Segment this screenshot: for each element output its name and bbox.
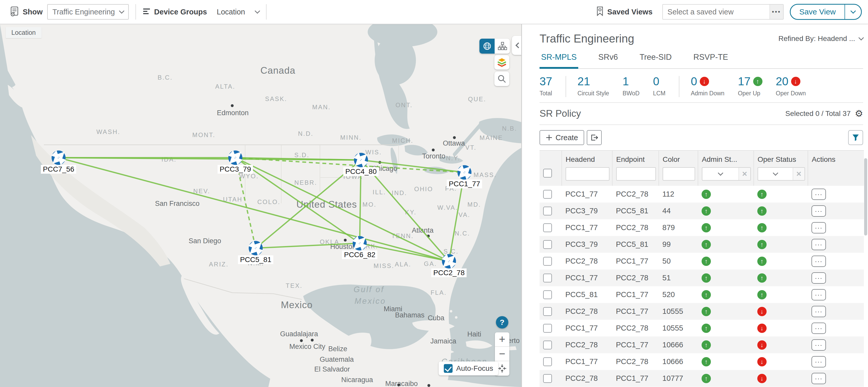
geo-view-button[interactable] (479, 39, 495, 54)
clear-filter-button[interactable]: ✕ (739, 168, 750, 180)
table-row[interactable]: PCC2_78PCC1_7710666↑↓··· (539, 337, 864, 353)
filter-button[interactable] (848, 130, 863, 145)
row-checkbox[interactable] (543, 240, 552, 249)
save-view-button[interactable]: Save View (790, 7, 844, 16)
row-checkbox[interactable] (543, 341, 552, 349)
arrow-down-icon: ↓ (791, 77, 800, 86)
device-node-pcc7_56[interactable] (51, 150, 66, 166)
arrow-up-icon: ↑ (757, 290, 767, 300)
row-checkbox[interactable] (543, 290, 552, 299)
topology-map[interactable]: CanadaUnited StatesMexicoB.C.ALTA.SASK.M… (0, 24, 521, 387)
row-checkbox[interactable] (543, 257, 552, 266)
filter-input-headend[interactable] (566, 167, 610, 181)
cell-oper-status: ↑ (754, 270, 808, 286)
arrow-up-icon: ↑ (702, 190, 711, 199)
cell-color: 10666 (659, 337, 698, 353)
export-button[interactable] (587, 130, 602, 145)
filter-select-control[interactable] (758, 168, 793, 180)
arrow-up-icon: ↑ (757, 206, 767, 216)
logical-view-button[interactable] (495, 39, 510, 54)
device-node-pcc1_77[interactable] (457, 164, 472, 180)
topology-link[interactable] (256, 243, 360, 248)
table-row[interactable]: PCC1_77PCC2_78112↑↑··· (539, 186, 864, 203)
topology-link[interactable] (235, 158, 449, 261)
row-actions-button[interactable]: ··· (811, 356, 826, 367)
row-checkbox[interactable] (543, 190, 552, 199)
map-search-button[interactable] (494, 72, 509, 86)
tab-sr-mpls[interactable]: SR-MPLS (539, 52, 578, 69)
cell-color: 10555 (659, 320, 698, 337)
row-checkbox[interactable] (543, 223, 552, 232)
filter-input-color[interactable] (662, 167, 695, 181)
auto-focus-toggle[interactable]: Auto-Focus (439, 361, 498, 376)
row-actions-button[interactable]: ··· (811, 339, 826, 351)
router-icon (457, 164, 472, 180)
panel-collapse-button[interactable] (512, 36, 521, 55)
row-checkbox[interactable] (543, 274, 552, 282)
row-actions-button[interactable]: ··· (811, 222, 826, 234)
table-row[interactable]: PCC3_79PCC5_8199↑↑··· (539, 236, 864, 253)
gear-icon[interactable]: ⚙ (855, 109, 863, 118)
row-checkbox[interactable] (543, 324, 552, 332)
location-dropdown[interactable]: Location (217, 8, 259, 16)
save-view-menu-button[interactable] (844, 5, 861, 19)
stat-value: 17 (738, 75, 751, 88)
tab-srv6[interactable]: SRv6 (597, 52, 620, 68)
device-node-pcc3_79[interactable] (227, 150, 243, 166)
show-label: Show (23, 8, 42, 16)
row-actions-button[interactable]: ··· (811, 373, 826, 384)
topology-links-layer (0, 24, 521, 387)
table-row[interactable]: PCC2_78PCC1_7710555↑↓··· (539, 303, 864, 320)
table-row[interactable]: PCC1_77PCC2_7810666↑↓··· (539, 353, 864, 370)
topology-link[interactable] (235, 158, 360, 243)
saved-views-more-button[interactable]: ••• (769, 5, 783, 19)
table-row[interactable]: PCC2_78PCC1_7710777↑↓··· (539, 370, 864, 387)
row-actions-button[interactable]: ··· (811, 239, 826, 250)
row-actions-button[interactable]: ··· (811, 272, 826, 284)
row-checkbox[interactable] (543, 207, 552, 215)
row-actions-button[interactable]: ··· (811, 188, 826, 200)
device-node-pcc2_78[interactable] (441, 253, 457, 269)
row-actions-button[interactable]: ··· (811, 289, 826, 301)
header-filter-row: ✕✕ (539, 166, 864, 186)
device-node-pcc6_82[interactable] (352, 235, 367, 251)
row-actions-button[interactable]: ··· (811, 306, 826, 317)
cell-oper-status: ↓ (754, 353, 808, 370)
zoom-in-button[interactable]: + (495, 332, 509, 347)
map-layers-button[interactable] (494, 55, 509, 70)
panel-scrollbar[interactable] (864, 158, 867, 236)
arrow-up-icon: ↑ (757, 223, 767, 233)
row-actions-button[interactable]: ··· (811, 205, 826, 217)
tab-rsvp-te[interactable]: RSVP-TE (692, 52, 730, 68)
router-icon (353, 152, 369, 168)
device-node-pcc5_81[interactable] (248, 240, 264, 256)
row-checkbox[interactable] (543, 374, 552, 383)
row-actions-button[interactable]: ··· (811, 256, 826, 267)
arrow-up-icon: ↑ (757, 240, 767, 249)
map-help-button[interactable]: ? (496, 316, 508, 328)
device-node-label: PCC6_82 (342, 250, 377, 259)
stat-label: Total (539, 90, 552, 97)
row-actions-button[interactable]: ··· (811, 323, 826, 334)
arrow-up-icon: ↑ (757, 273, 767, 283)
show-select[interactable]: Traffic Engineering (47, 4, 129, 20)
row-checkbox[interactable] (543, 307, 552, 316)
select-all-checkbox[interactable] (543, 169, 552, 178)
table-row[interactable]: PCC2_78PCC1_7750↑↑··· (539, 253, 864, 270)
filter-select-control[interactable] (702, 168, 739, 180)
refined-by-dropdown[interactable]: Refined By: Headend ... (778, 35, 863, 43)
table-row[interactable]: PCC3_79PCC5_8144↑↑··· (539, 203, 864, 219)
filter-input-endpoint[interactable] (616, 167, 656, 181)
table-row[interactable]: PCC5_81PCC1_77520↑↑··· (539, 286, 864, 303)
zoom-out-button[interactable]: − (495, 347, 509, 361)
table-row[interactable]: PCC1_77PCC2_7810555↑↓··· (539, 320, 864, 337)
clear-filter-button[interactable]: ✕ (793, 168, 805, 180)
chevron-down-icon (255, 8, 260, 13)
tab-tree-sid[interactable]: Tree-SID (638, 52, 674, 68)
table-row[interactable]: PCC1_77PCC2_78879↑↑··· (539, 219, 864, 236)
table-row[interactable]: PCC1_77PCC2_7851↑↑··· (539, 270, 864, 286)
saved-view-input[interactable] (663, 8, 769, 16)
create-button[interactable]: Create (539, 130, 584, 145)
device-node-pcc4_80[interactable] (353, 152, 369, 168)
row-checkbox[interactable] (543, 357, 552, 366)
